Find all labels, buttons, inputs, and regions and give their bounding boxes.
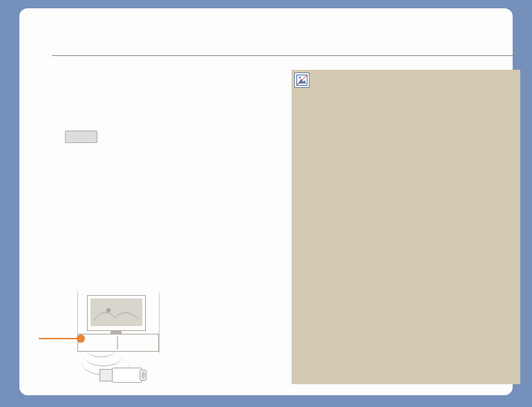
- callout-line: [39, 338, 78, 339]
- svg-point-4: [106, 308, 111, 312]
- small-tag: [65, 131, 97, 143]
- illustration-camcorder-tv: [39, 292, 198, 388]
- document-page: [19, 8, 513, 395]
- svg-point-2: [299, 77, 301, 79]
- wall-line-right: [159, 292, 160, 354]
- right-panel: [292, 70, 520, 384]
- cabinet-divider: [117, 336, 118, 350]
- camcorder: [112, 368, 142, 383]
- tv-screen: [91, 299, 142, 326]
- broken-image-icon: [294, 73, 310, 88]
- callout-dot: [77, 334, 85, 343]
- divider: [52, 55, 520, 56]
- camcorder-lens-inner: [142, 372, 145, 379]
- camcorder-screen: [99, 369, 113, 381]
